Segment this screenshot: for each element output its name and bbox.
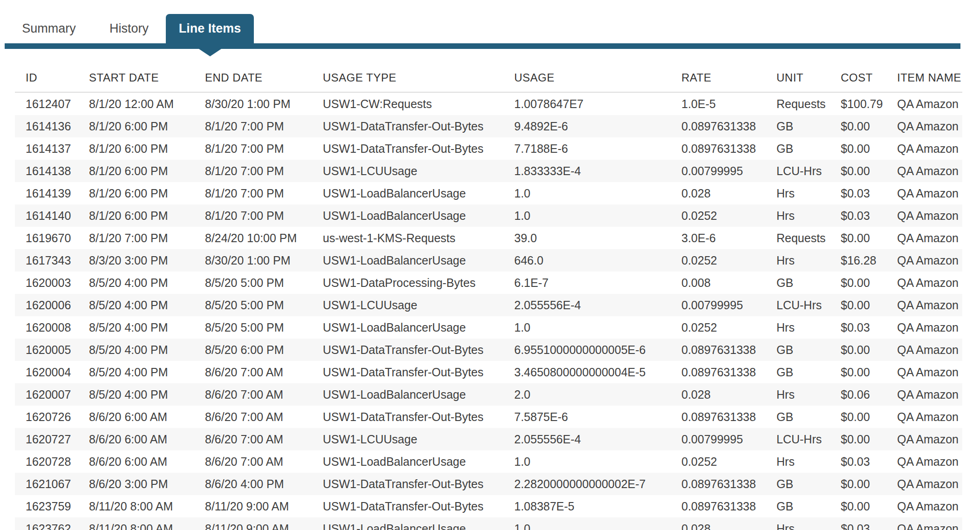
cell-start-date: 8/1/20 7:00 PM xyxy=(89,231,205,245)
cell-cost: $100.79 xyxy=(841,97,897,111)
table-row: 1623762 8/11/20 8:00 AM 8/11/20 9:00 AM … xyxy=(15,517,962,530)
cell-id: 1614140 xyxy=(26,209,89,223)
cell-usage-type: USW1-LoadBalancerUsage xyxy=(323,321,514,334)
cell-end-date: 8/6/20 7:00 AM xyxy=(205,410,323,424)
cell-usage: 1.833333E-4 xyxy=(514,164,681,178)
cell-usage-type: USW1-LCUUsage xyxy=(323,164,514,178)
cell-rate: 0.028 xyxy=(681,187,776,200)
cell-cost: $0.06 xyxy=(841,388,897,401)
cell-usage: 646.0 xyxy=(514,254,681,267)
cell-start-date: 8/1/20 6:00 PM xyxy=(89,209,205,223)
cell-start-date: 8/1/20 6:00 PM xyxy=(89,142,205,156)
cell-rate: 0.0252 xyxy=(681,254,776,267)
cell-item-name: QA Amazon xyxy=(897,455,962,469)
cell-id: 1614137 xyxy=(26,142,89,156)
cell-cost: $0.03 xyxy=(841,455,897,469)
cell-start-date: 8/6/20 6:00 AM xyxy=(89,455,205,469)
cell-start-date: 8/5/20 4:00 PM xyxy=(89,343,205,357)
table-row: 1620728 8/6/20 6:00 AM 8/6/20 7:00 AM US… xyxy=(15,450,962,473)
cell-id: 1621067 xyxy=(26,477,89,491)
cell-id: 1620004 xyxy=(26,366,89,379)
cell-item-name: QA Amazon xyxy=(897,142,962,156)
cell-rate: 0.0897631338 xyxy=(681,120,776,133)
cell-usage-type: USW1-DataTransfer-Out-Bytes xyxy=(323,366,514,379)
cell-id: 1620728 xyxy=(26,455,89,469)
cell-rate: 0.0897631338 xyxy=(681,477,776,491)
cell-unit: LCU-Hrs xyxy=(776,164,841,178)
cell-item-name: QA Amazon xyxy=(897,97,962,111)
cell-item-name: QA Amazon xyxy=(897,209,962,223)
cell-usage-type: USW1-LoadBalancerUsage xyxy=(323,522,514,530)
cell-usage-type: USW1-DataTransfer-Out-Bytes xyxy=(323,500,514,513)
cell-end-date: 8/1/20 7:00 PM xyxy=(205,120,323,133)
tab-summary[interactable]: Summary xyxy=(19,14,79,43)
cell-usage-type: USW1-LoadBalancerUsage xyxy=(323,209,514,223)
cell-unit: LCU-Hrs xyxy=(776,433,841,446)
cell-item-name: QA Amazon xyxy=(897,477,962,491)
column-header-start-date: START DATE xyxy=(89,71,205,84)
cell-unit: GB xyxy=(776,142,841,156)
cell-unit: Hrs xyxy=(776,388,841,401)
column-header-cost: COST xyxy=(841,71,897,84)
tab-bar: Summary History Line Items xyxy=(0,0,980,57)
cell-cost: $0.03 xyxy=(841,321,897,334)
table-row: 1620006 8/5/20 4:00 PM 8/5/20 5:00 PM US… xyxy=(15,294,962,316)
table-body: 1612407 8/1/20 12:00 AM 8/30/20 1:00 PM … xyxy=(15,93,962,530)
cell-cost: $0.00 xyxy=(841,164,897,178)
cell-rate: 0.0252 xyxy=(681,321,776,334)
cell-cost: $0.00 xyxy=(841,276,897,290)
cell-usage: 1.0078647E7 xyxy=(514,97,681,111)
cell-id: 1623759 xyxy=(26,500,89,513)
cell-cost: $0.00 xyxy=(841,500,897,513)
cell-unit: Hrs xyxy=(776,254,841,267)
cell-start-date: 8/5/20 4:00 PM xyxy=(89,321,205,334)
cell-id: 1614139 xyxy=(26,187,89,200)
cell-item-name: QA Amazon xyxy=(897,410,962,424)
cell-end-date: 8/11/20 9:00 AM xyxy=(205,500,323,513)
cell-cost: $0.03 xyxy=(841,522,897,530)
cell-cost: $0.00 xyxy=(841,231,897,245)
cell-usage: 3.4650800000000004E-5 xyxy=(514,366,681,379)
tab-history[interactable]: History xyxy=(103,14,155,43)
cell-item-name: QA Amazon xyxy=(897,164,962,178)
cell-end-date: 8/1/20 7:00 PM xyxy=(205,209,323,223)
cell-item-name: QA Amazon xyxy=(897,433,962,446)
cell-usage-type: USW1-LoadBalancerUsage xyxy=(323,187,514,200)
cell-rate: 0.0897631338 xyxy=(681,343,776,357)
cell-rate: 0.028 xyxy=(681,388,776,401)
column-header-end-date: END DATE xyxy=(205,71,323,84)
cell-cost: $0.03 xyxy=(841,187,897,200)
cell-rate: 0.0897631338 xyxy=(681,410,776,424)
cell-usage: 2.0 xyxy=(514,388,681,401)
cell-cost: $0.00 xyxy=(841,433,897,446)
line-items-table: ID START DATE END DATE USAGE TYPE USAGE … xyxy=(15,49,962,530)
cell-end-date: 8/5/20 5:00 PM xyxy=(205,299,323,312)
cell-unit: LCU-Hrs xyxy=(776,299,841,312)
table-row: 1620005 8/5/20 4:00 PM 8/5/20 6:00 PM US… xyxy=(15,339,962,361)
cell-item-name: QA Amazon xyxy=(897,522,962,530)
cell-id: 1620005 xyxy=(26,343,89,357)
cell-item-name: QA Amazon xyxy=(897,276,962,290)
cell-usage: 1.0 xyxy=(514,209,681,223)
cell-id: 1619670 xyxy=(26,231,89,245)
table-row: 1620727 8/6/20 6:00 AM 8/6/20 7:00 AM US… xyxy=(15,428,962,450)
cell-end-date: 8/30/20 1:00 PM xyxy=(205,254,323,267)
cell-usage-type: USW1-DataTransfer-Out-Bytes xyxy=(323,120,514,133)
cell-unit: Requests xyxy=(776,97,841,111)
cell-usage-type: USW1-LCUUsage xyxy=(323,433,514,446)
cell-rate: 0.0897631338 xyxy=(681,500,776,513)
column-header-item-name: ITEM NAME xyxy=(897,71,962,84)
cell-usage: 1.0 xyxy=(514,187,681,200)
table-row: 1620003 8/5/20 4:00 PM 8/5/20 5:00 PM US… xyxy=(15,272,962,294)
cell-usage: 6.1E-7 xyxy=(514,276,681,290)
cell-item-name: QA Amazon xyxy=(897,187,962,200)
cell-unit: GB xyxy=(776,366,841,379)
cell-start-date: 8/5/20 4:00 PM xyxy=(89,276,205,290)
cell-usage-type: USW1-CW:Requests xyxy=(323,97,514,111)
table-row: 1619670 8/1/20 7:00 PM 8/24/20 10:00 PM … xyxy=(15,227,962,249)
cell-cost: $0.00 xyxy=(841,142,897,156)
cell-rate: 0.0252 xyxy=(681,455,776,469)
cell-usage: 1.08387E-5 xyxy=(514,500,681,513)
cell-id: 1620003 xyxy=(26,276,89,290)
table-row: 1620008 8/5/20 4:00 PM 8/5/20 5:00 PM US… xyxy=(15,316,962,339)
